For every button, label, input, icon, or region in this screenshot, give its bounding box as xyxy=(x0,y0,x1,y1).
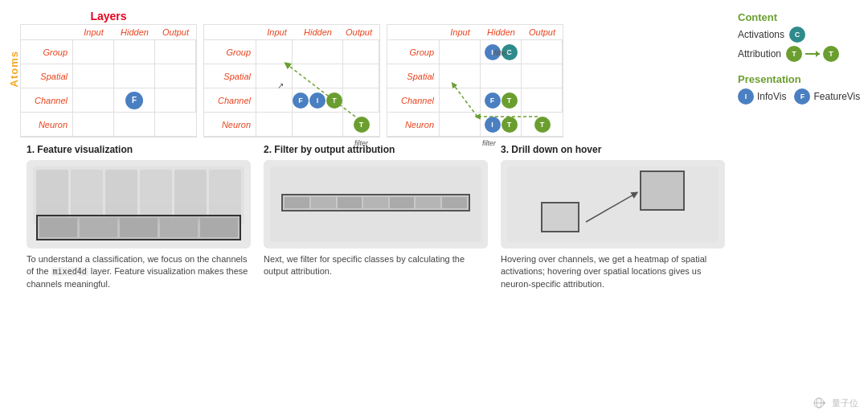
cell-g-input-2 xyxy=(256,40,293,64)
cell-c-hidden-1: F xyxy=(114,88,155,113)
grid-col-empty xyxy=(21,25,73,40)
top-grids: Layers Input Hidden Output Group xyxy=(20,6,731,138)
cell-c-output-1 xyxy=(155,88,196,113)
cell-g-hidden-1 xyxy=(114,40,155,64)
grid-col-output-1: Output xyxy=(155,25,196,40)
cell-n-hidden-3: I T filter xyxy=(481,113,522,137)
step-1-panel: 1. Feature visualization xyxy=(20,144,257,413)
attribution-item: Attribution T T xyxy=(738,46,854,62)
step-1-image xyxy=(27,160,251,249)
step-3-desc: Hovering over channels, we get a heatmap… xyxy=(501,253,725,290)
cell-c-input-2 xyxy=(256,88,293,113)
bottom-steps: 1. Feature visualization xyxy=(20,144,731,413)
cell-g-input-1 xyxy=(73,40,114,64)
activations-label: Activations xyxy=(738,29,784,40)
row-spatial-2: Spatial xyxy=(204,64,256,88)
grid-body-2: Group Spatial Channel xyxy=(204,40,379,137)
filter-label-g3: filter xyxy=(493,49,507,57)
presentation-items: I InfoVis F FeatureVis xyxy=(738,88,854,105)
cell-g-hidden-3: I C filter xyxy=(481,40,522,64)
cell-n-input-1 xyxy=(73,113,114,137)
node-T-c3: T xyxy=(502,92,518,109)
grid-col-empty-2 xyxy=(204,25,256,40)
arrow-line xyxy=(805,53,820,55)
watermark-icon xyxy=(813,396,829,409)
row-neuron-3: Neuron xyxy=(387,113,440,137)
node-F-1: F xyxy=(125,92,143,109)
cell-g-hidden-2 xyxy=(293,40,343,64)
step-2-title: 2. Filter by output attribution xyxy=(264,144,488,155)
presentation-section: Presentation I InfoVis F FeatureVis xyxy=(738,73,854,105)
content-title: Content xyxy=(738,11,854,23)
featurevis-item: F FeatureVis xyxy=(794,88,860,105)
grids-area: Layers Input Hidden Output Group xyxy=(20,6,731,413)
arrowhead xyxy=(816,51,823,57)
step-3-title: 3. Drill down on hover xyxy=(501,144,725,155)
grid-col-input-2: Input xyxy=(256,25,297,40)
filter-label-2: filter xyxy=(354,139,368,147)
node-T-no3: T xyxy=(534,117,551,133)
grid-panel-3: Input Hidden Output Group I C xyxy=(387,24,563,138)
layers-title: Layers xyxy=(20,6,197,24)
row-group-1: Group xyxy=(21,40,73,64)
cell-s-input-1 xyxy=(73,64,114,88)
step-1-desc: To understand a classification, we focus… xyxy=(27,253,251,290)
presentation-title: Presentation xyxy=(738,73,854,85)
node-T-output-2: T xyxy=(354,117,370,133)
cell-s-output-3 xyxy=(522,64,563,88)
grid-panel-3-wrapper: Input Hidden Output Group I C xyxy=(387,24,563,138)
attribution-to-badge: T xyxy=(823,46,839,62)
grid-col-output-3: Output xyxy=(522,25,563,40)
grid-body-1: Group Spatial Channel xyxy=(21,40,196,137)
row-group-3: Group xyxy=(387,40,440,64)
step-3-panel: 3. Drill down on hover xyxy=(494,144,731,413)
cell-g-input-3 xyxy=(440,40,481,64)
grid-col-empty-3 xyxy=(387,25,440,40)
grid-panel-1-wrapper: Layers Input Hidden Output Group xyxy=(20,6,197,138)
arrow-connector xyxy=(805,53,820,55)
cell-s-output-2 xyxy=(343,64,379,88)
grid-col-hidden-1: Hidden xyxy=(114,25,155,40)
cell-s-output-1 xyxy=(155,64,196,88)
step-3-large-box xyxy=(640,170,685,211)
cell-s-input-3 xyxy=(440,64,481,88)
activations-item: Activations C xyxy=(738,27,854,43)
cell-c-hidden-3: F T xyxy=(481,88,522,113)
watermark-text: 量子位 xyxy=(832,397,858,409)
watermark: 量子位 xyxy=(813,396,858,409)
cell-n-output-2: T filter xyxy=(343,113,379,137)
grid-body-3: Group I C filter xyxy=(387,40,563,137)
row-channel-1: Channel xyxy=(21,88,73,113)
cell-g-output-3 xyxy=(522,40,563,64)
step-3-image xyxy=(501,160,725,249)
attribution-label: Attribution xyxy=(738,48,781,60)
cell-n-input-2 xyxy=(256,113,293,137)
infovis-badge: I xyxy=(738,88,754,105)
cell-n-hidden-1 xyxy=(114,113,155,137)
atoms-label: Atoms xyxy=(8,51,20,87)
attribution-from-badge: T xyxy=(786,46,802,62)
infovis-item: I InfoVis xyxy=(738,88,786,105)
cell-s-hidden-1 xyxy=(114,64,155,88)
cell-s-hidden-3 xyxy=(481,64,522,88)
cell-c-output-2 xyxy=(343,88,379,113)
cell-n-input-3 xyxy=(440,113,481,137)
node-T-2: T xyxy=(326,92,342,109)
row-group-2: Group xyxy=(204,40,256,64)
activations-badge: C xyxy=(789,27,805,43)
step-2-panel: 2. Filter by output attribution xyxy=(257,144,494,413)
cell-n-hidden-2 xyxy=(293,113,343,137)
row-spatial-1: Spatial xyxy=(21,64,73,88)
grid-panel-1: Input Hidden Output Group Spat xyxy=(20,24,197,138)
grid-header-row-1: Input Hidden Output xyxy=(21,25,196,40)
row-channel-2: Channel xyxy=(204,88,256,113)
step-1-title: 1. Feature visualization xyxy=(27,144,251,155)
grid-col-hidden-2: Hidden xyxy=(297,25,338,40)
step-2-desc: Next, we filter for specific classes by … xyxy=(264,253,488,278)
filter-label-n3: filter xyxy=(482,139,496,147)
grid-col-hidden-3: Hidden xyxy=(481,25,522,40)
node-F-c3: F xyxy=(485,92,501,109)
right-panel: Content Activations C Attribution T T xyxy=(731,6,860,413)
cell-n-output-1 xyxy=(155,113,196,137)
grid-col-input-3: Input xyxy=(440,25,481,40)
